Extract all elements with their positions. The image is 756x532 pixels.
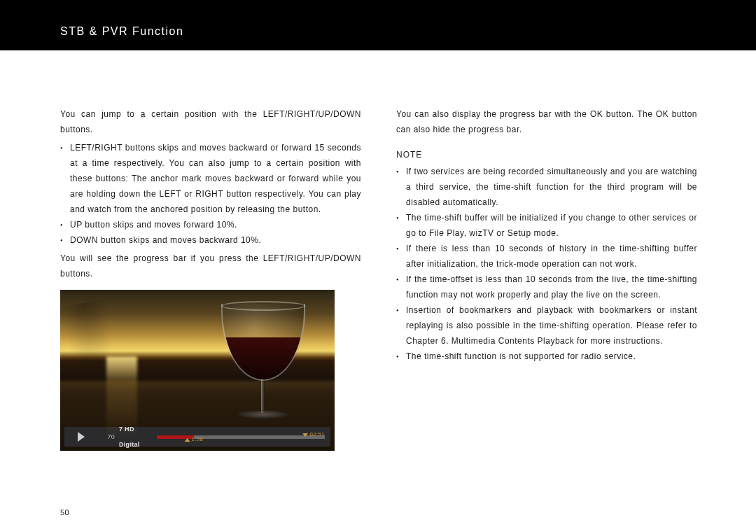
progress-bar: 02:51 1:58 [157,427,325,447]
triangle-up-icon [184,438,190,442]
page-number: 50 [60,508,69,517]
note-item: Insertion of bookmarkers and playback wi… [396,302,697,349]
left-intro: You can jump to a certain position with … [60,106,361,137]
current-time: 1:58 [191,432,203,447]
right-column: You can also display the progress bar wi… [396,106,697,451]
note-item: The time-shift function is not supported… [396,349,697,364]
note-heading: NOTE [396,147,697,162]
note-item: If two services are being recorded simul… [396,164,697,210]
play-icon [64,432,98,442]
current-time-marker: 1:58 [184,432,203,447]
page-title: STB & PVR Function [60,25,183,38]
left-bullet: LEFT/RIGHT buttons skips and moves backw… [60,140,361,217]
total-time-marker: 02:51 [302,427,325,442]
left-column: You can jump to a certain position with … [60,106,361,451]
left-bullet: UP button skips and moves forward 10%. [60,217,361,232]
channel-number: 70 [98,429,115,444]
tv-screenshot: 70 7 HD Digital 02:51 1:58 [60,290,335,451]
header-bar: STB & PVR Function [0,0,756,50]
note-list: If two services are being recorded simul… [396,164,697,364]
total-time: 02:51 [309,427,325,442]
page-body: You can jump to a certain position with … [0,50,756,451]
note-item: The time-shift buffer will be initialize… [396,210,697,241]
left-after: You will see the progress bar if you pre… [60,251,361,281]
note-item: If the time-offset is less than 10 secon… [396,272,697,302]
osd-bar: 70 7 HD Digital 02:51 1:58 [64,427,330,447]
channel-name: 7 HD Digital [115,421,154,451]
note-item: If there is less than 10 seconds of hist… [396,241,697,272]
wine-glass-graphic [211,297,316,437]
left-bullet-list: LEFT/RIGHT buttons skips and moves backw… [60,140,361,248]
right-intro: You can also display the progress bar wi… [396,106,697,137]
left-bullet: DOWN button skips and moves backward 10%… [60,232,361,248]
triangle-down-icon [302,433,308,437]
